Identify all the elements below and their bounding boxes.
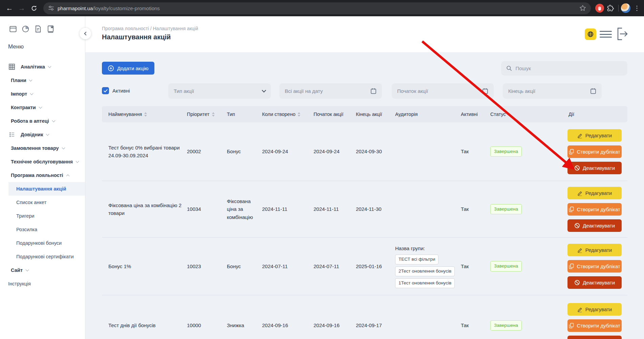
duplicate-label: Створити дублікат xyxy=(577,263,620,269)
sidebar-item-site[interactable]: Сайт xyxy=(0,263,85,277)
book-icon[interactable] xyxy=(46,25,55,33)
add-promotion-button[interactable]: Додати акцію xyxy=(102,62,154,75)
search-icon xyxy=(506,65,512,72)
sidebar-subitem-triggers[interactable]: Тригери xyxy=(0,209,85,223)
duplicate-button[interactable]: Створити дублікат xyxy=(567,203,622,216)
ban-icon xyxy=(574,165,580,171)
pie-chart-icon[interactable] xyxy=(21,25,30,33)
column-header-name[interactable]: Найменування xyxy=(108,106,147,122)
start-date-picker[interactable]: Початок акції xyxy=(392,83,494,99)
column-header-created[interactable]: Коли створено xyxy=(262,106,300,122)
search-box[interactable] xyxy=(501,61,627,76)
column-header-priority[interactable]: Пріоритет xyxy=(187,106,215,122)
edit-button[interactable]: Редагувати xyxy=(567,244,622,256)
deactivate-button[interactable]: Деактивувати xyxy=(567,336,622,339)
audience-tag: 2Тест оновлення бонусів xyxy=(395,266,455,276)
address-bar[interactable]: pharmapoint.ua/loyalty/customize-promoti… xyxy=(43,2,591,14)
duplicate-button[interactable]: Створити дублікат xyxy=(567,145,622,158)
cell-created: 2024-11-11 xyxy=(262,181,287,237)
profile-avatar[interactable] xyxy=(621,3,630,13)
cell-type: Бонус xyxy=(227,238,261,295)
sidebar-item-contracts[interactable]: Контракти xyxy=(0,101,85,114)
add-promotion-label: Додати акцію xyxy=(117,65,149,71)
chevron-down-icon xyxy=(262,88,266,93)
table-row: Тест бонус 0% вибрані товари 24.09-30.09… xyxy=(102,122,627,181)
status-badge: Завершена xyxy=(490,146,522,157)
duplicate-button[interactable]: Створити дублікат xyxy=(567,319,622,332)
pencil-icon xyxy=(577,190,583,196)
reload-icon xyxy=(31,5,37,12)
sidebar-item-plans[interactable]: Плани xyxy=(0,74,85,87)
sidebar-subitem-mailing[interactable]: Розсилка xyxy=(0,223,85,236)
sidebar-subitem-label: Подарункові сертифікати xyxy=(16,254,73,259)
column-label: Аудиторія xyxy=(395,112,418,117)
edit-button[interactable]: Редагувати xyxy=(567,303,622,316)
sort-icon[interactable] xyxy=(298,112,300,117)
sidebar-collapse-button[interactable] xyxy=(80,28,91,39)
cell-start: 2024-11-11 xyxy=(314,181,339,237)
sidebar-item-label: Аналітика xyxy=(21,64,45,69)
active-filter-checkbox[interactable] xyxy=(102,87,109,94)
promotion-type-select[interactable]: Тип акції xyxy=(168,83,271,99)
audience-group-title: Назва групи: xyxy=(395,244,425,252)
all-promotions-date-picker[interactable]: Всі акції на дату xyxy=(279,83,382,99)
sidebar-item-analytics[interactable]: Аналітика xyxy=(0,60,85,74)
sidebar-item-directory[interactable]: Довідник xyxy=(0,128,85,141)
sidebar-subitem-label: Розсилка xyxy=(16,227,37,232)
bookmark-star-icon[interactable] xyxy=(579,5,586,12)
sidebar-item-goods-order[interactable]: Замовлення товару xyxy=(0,141,85,155)
cell-actions: Редагувати Створити дублікат xyxy=(567,181,622,237)
chevron-down-icon xyxy=(29,78,33,81)
sidebar-menu: Аналітика Плани Імпорт Контракти Робота … xyxy=(0,60,85,291)
search-input[interactable] xyxy=(515,65,622,71)
all-promotions-date-placeholder: Всі акції на дату xyxy=(285,88,323,94)
deactivate-button[interactable]: Деактивувати xyxy=(567,276,622,289)
sidebar-item-pharmacy-work[interactable]: Робота в аптеці xyxy=(0,114,85,128)
sidebar-subitem-questionnaires[interactable]: Список анкет xyxy=(0,196,85,209)
forward-button[interactable]: → xyxy=(16,2,28,14)
sidebar-subitem-label: Налаштування акцій xyxy=(16,186,66,192)
extensions-puzzle-icon[interactable] xyxy=(605,3,616,14)
sidebar-item-loyalty-program[interactable]: Програма лояльності xyxy=(0,168,85,182)
logout-button[interactable] xyxy=(616,27,628,42)
edit-label: Редагувати xyxy=(585,190,612,196)
adblock-extension-icon[interactable] xyxy=(594,3,605,14)
sidebar-item-instruction[interactable]: Інструкція xyxy=(0,277,85,291)
site-settings-icon[interactable] xyxy=(48,5,54,11)
edit-button[interactable]: Редагувати xyxy=(567,129,622,142)
ban-icon xyxy=(574,223,580,228)
document-icon[interactable] xyxy=(34,25,42,33)
deactivate-label: Деактивувати xyxy=(583,280,615,285)
calendar-icon xyxy=(370,88,377,94)
archive-icon[interactable] xyxy=(9,25,17,33)
cell-name: Тест днів дії бонусів xyxy=(108,295,182,339)
sort-icon[interactable] xyxy=(212,112,215,117)
language-globe-button[interactable] xyxy=(585,28,596,40)
hamburger-menu-button[interactable] xyxy=(600,31,612,38)
deactivate-button[interactable]: Деактивувати xyxy=(567,219,622,232)
duplicate-button[interactable]: Створити дублікат xyxy=(567,260,622,273)
sidebar-item-maintenance[interactable]: Технічне обслуговування xyxy=(0,155,85,168)
sidebar-item-import[interactable]: Імпорт xyxy=(0,87,85,101)
edit-button[interactable]: Редагувати xyxy=(567,187,622,199)
column-label: Найменування xyxy=(108,112,142,117)
sidebar-subitem-promotions-settings[interactable]: Налаштування акцій xyxy=(0,182,85,196)
deactivate-button[interactable]: Деактивувати xyxy=(567,162,622,174)
browser-menu-icon[interactable]: ⋮ xyxy=(633,4,641,12)
column-label: Коли створено xyxy=(262,112,295,117)
reload-button[interactable] xyxy=(28,2,40,14)
sidebar-subitem-gift-bonuses[interactable]: Подарункові бонуси xyxy=(0,236,85,250)
duplicate-label: Створити дублікат xyxy=(577,149,620,155)
cell-name: Фіксована ціна за комбінацію 2 товари xyxy=(108,181,182,237)
sidebar-subitem-gift-certificates[interactable]: Подарункові сертифікати xyxy=(0,250,85,263)
column-label: Дії xyxy=(568,112,574,117)
column-header-actions: Дії xyxy=(568,106,574,122)
deactivate-label: Деактивувати xyxy=(583,165,615,171)
sidebar: Меню Аналітика Плани xyxy=(0,16,85,339)
back-button[interactable]: ← xyxy=(3,2,16,14)
sidebar-subitem-label: Тригери xyxy=(16,213,34,219)
end-date-picker[interactable]: Кінець акції xyxy=(503,83,602,99)
cell-start: 2024-07-11 xyxy=(314,238,339,295)
sort-icon[interactable] xyxy=(144,112,147,117)
chevron-down-icon xyxy=(25,268,29,271)
